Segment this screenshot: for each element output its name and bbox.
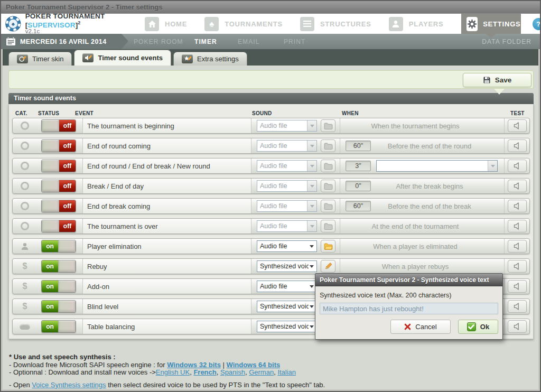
event-label: Table balancing xyxy=(87,323,135,331)
nav-settings[interactable]: SETTINGS xyxy=(461,14,521,34)
delay-seconds-input[interactable]: 60" xyxy=(346,141,371,151)
tab-timer-skin[interactable]: Timer skin xyxy=(8,52,72,66)
when-cell: 60"Before the end of the round xyxy=(340,138,505,153)
status-toggle[interactable]: off xyxy=(41,220,76,232)
toggle-knob xyxy=(58,240,76,252)
tab-extra-settings[interactable]: Extra settings xyxy=(173,52,247,66)
link-windows-64[interactable]: Windows 64 bits xyxy=(227,361,281,369)
dialog-body: Synthesized voice text (Max. 200 charact… xyxy=(315,286,502,339)
test-sound-button[interactable] xyxy=(508,260,527,273)
sound-select[interactable]: Synthesized voice xyxy=(257,260,317,272)
sound-select[interactable]: Synthesized voice xyxy=(257,301,317,312)
list-icon xyxy=(300,17,314,31)
subnav-timer[interactable]: TIMER xyxy=(194,38,217,45)
link-french[interactable]: French xyxy=(193,368,216,376)
status-toggle[interactable]: off xyxy=(41,160,76,172)
toggle-knob xyxy=(42,160,59,172)
subnav-poker-room[interactable]: POKER ROOM xyxy=(134,38,183,45)
nav-structures[interactable]: STRUCTURES xyxy=(300,17,371,31)
status-toggle[interactable]: on xyxy=(41,240,76,253)
test-sound-button[interactable] xyxy=(508,160,527,172)
link-voice-synthesis-settings[interactable]: Voice Synthesis settings xyxy=(32,381,106,389)
event-name: End of break coming xyxy=(82,199,251,213)
browse-audio-file-button xyxy=(321,160,335,172)
test-sound-button[interactable] xyxy=(508,320,527,333)
dollar-icon: $ xyxy=(23,302,27,311)
status-toggle[interactable]: off xyxy=(41,139,76,152)
status-toggle[interactable]: on xyxy=(41,320,76,333)
speaker-icon xyxy=(514,122,521,129)
nav-home[interactable]: HOME xyxy=(145,17,187,31)
event-label: Add-on xyxy=(87,283,109,291)
subnav-data-folder[interactable]: DATA FOLDER xyxy=(482,38,531,45)
cancel-button[interactable]: Cancel xyxy=(390,320,451,334)
timer-sound-events-icon xyxy=(82,53,94,62)
chevron-down-icon xyxy=(307,181,316,191)
table-row: offEnd of break comingAudio file60"Befor… xyxy=(12,198,530,214)
dialog-title-bar[interactable]: Poker Tournament Supervisor 2 - Synthesi… xyxy=(315,274,502,286)
extra-settings-icon xyxy=(182,54,193,63)
subnav-print[interactable]: PRINT xyxy=(284,38,306,45)
ok-button[interactable]: Ok xyxy=(458,320,498,334)
toggle-knob xyxy=(58,301,76,312)
edit-voice-text-button[interactable] xyxy=(321,260,335,273)
event-name: Player elimination xyxy=(82,239,251,254)
nav-players[interactable]: PLAYERS xyxy=(389,17,444,31)
dollar-icon: $ xyxy=(23,262,27,271)
link-english-uk[interactable]: English UK xyxy=(156,368,190,376)
when-cell: When the tournament begins xyxy=(340,118,505,133)
test-sound-button[interactable] xyxy=(508,220,527,232)
delay-seconds-input[interactable]: 0" xyxy=(346,181,371,191)
nav-tournaments[interactable]: ♠ TOURNAMENTS xyxy=(204,17,283,31)
test-sound-button[interactable] xyxy=(508,119,527,132)
voice-text-input[interactable] xyxy=(320,303,498,314)
test-sound-button[interactable] xyxy=(508,280,527,293)
current-date[interactable]: MERCREDI 16 AVRIL 2014 xyxy=(1,34,122,49)
footer-line-open-settings: - Open Voice Synthesis settings then sel… xyxy=(9,381,538,389)
event-label: The tournament is beginning xyxy=(87,122,174,130)
browse-audio-file-button xyxy=(321,119,335,132)
status-toggle[interactable]: on xyxy=(41,280,76,293)
folder-icon xyxy=(324,223,333,230)
event-name: Break / End of day xyxy=(82,179,251,193)
status-toggle[interactable]: off xyxy=(41,180,76,192)
status-toggle[interactable]: on xyxy=(41,300,76,313)
folder-icon xyxy=(324,183,333,190)
subnav-email[interactable]: EMAIL xyxy=(238,38,260,45)
table-row: $onRebuySynthesized voiceWhen a player r… xyxy=(12,258,530,274)
category-person-icon xyxy=(16,242,34,250)
test-sound-button[interactable] xyxy=(508,200,527,212)
sound-select[interactable]: Audio file xyxy=(257,281,317,292)
tab-timer-sound-events[interactable]: Timer sound events xyxy=(74,50,171,66)
sound-select[interactable]: Audio file xyxy=(257,240,317,252)
status-toggle[interactable]: off xyxy=(41,119,76,132)
folder-icon xyxy=(324,203,333,210)
test-sound-button[interactable] xyxy=(508,240,527,253)
link-italian[interactable]: Italian xyxy=(277,368,296,376)
category-circle-icon xyxy=(16,162,34,170)
delay-seconds-input[interactable]: 60" xyxy=(346,201,371,211)
link-windows-32[interactable]: Windows 32 bits xyxy=(167,361,221,369)
when-sound-select[interactable] xyxy=(376,160,498,172)
link-spanish[interactable]: Spanish xyxy=(220,368,245,376)
speaker-icon xyxy=(514,263,521,270)
link-german[interactable]: German xyxy=(249,368,274,376)
sound-select[interactable]: Synthesized voice xyxy=(257,321,317,332)
footer-heading: * Use and set speech synthesis : xyxy=(9,353,538,361)
event-label: End of round / End of break / New round xyxy=(87,162,210,170)
when-cell: 3" xyxy=(340,158,505,173)
test-sound-button[interactable] xyxy=(508,180,527,192)
chevron-down-icon xyxy=(307,161,316,171)
save-button[interactable]: Save xyxy=(463,73,531,87)
category-pill-icon xyxy=(16,324,34,330)
browse-audio-file-button[interactable] xyxy=(321,240,335,253)
event-label: End of break coming xyxy=(87,202,150,210)
chevron-down-icon xyxy=(310,305,314,310)
delay-seconds-input[interactable]: 3" xyxy=(346,161,371,171)
test-sound-button[interactable] xyxy=(508,300,527,313)
test-sound-button[interactable] xyxy=(508,139,527,152)
help-button[interactable]: ? xyxy=(533,18,541,30)
event-label: Blind level xyxy=(87,303,118,311)
status-toggle[interactable]: off xyxy=(41,200,76,212)
status-toggle[interactable]: on xyxy=(41,260,76,273)
